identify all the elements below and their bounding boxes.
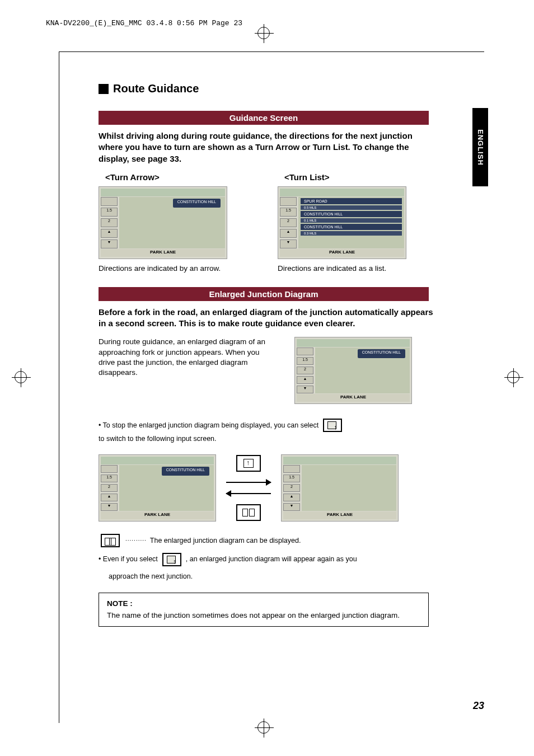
enlarged-description-row: During route guidance, an enlarged diagr…	[99, 337, 434, 408]
switch-right-screenshot: 1.52▲▼ PARK LANE	[281, 454, 399, 522]
section-marker-icon	[99, 84, 109, 94]
crop-mark-left	[15, 371, 27, 383]
arrow-left-icon	[226, 493, 271, 494]
switch-diagram: 1.52▲▼ CONSTITUTION HILL PARK LANE 1.52▲…	[99, 454, 434, 522]
dotted-leader-icon: ··········	[125, 537, 147, 543]
enlarged-body-text: During route guidance, an enlarged diagr…	[99, 337, 278, 378]
note-body: The name of the junction sometimes does …	[107, 611, 420, 621]
single-arrow-button-icon	[236, 455, 261, 472]
crop-mark-bottom	[257, 721, 270, 734]
bullet2-continuation: approach the next junction.	[99, 572, 429, 582]
enlarged-junction-screenshot: 1.52▲▼ CONSTITUTION HILL PARK LANE	[294, 337, 412, 404]
stop-enlarged-bullet: • To stop the enlarged junction diagram …	[99, 419, 429, 444]
turn-arrow-screenshot: 1.52▲▼ CONSTITUTION HILL PARK LANE	[99, 186, 227, 259]
single-arrow-icon	[323, 419, 342, 432]
note-title: NOTE :	[107, 599, 420, 609]
switch-arrows	[226, 455, 271, 521]
turn-arrow-column: <Turn Arrow> 1.52▲▼ CONSTITUTION HILL PA…	[99, 172, 244, 274]
note-box: NOTE : The name of the junction sometime…	[99, 593, 429, 626]
guidance-screen-banner: Guidance Screen	[99, 111, 429, 125]
bullet2-text-a: • Even if you select	[99, 555, 158, 565]
turn-arrow-caption: Directions are indicated by an arrow.	[99, 264, 244, 274]
bullet2-text-c: approach the next junction.	[109, 572, 193, 582]
turn-list-screenshot: 1.52▲▼ SPUR ROAD 0.5 MLS CONSTITUTION HI…	[278, 186, 406, 259]
even-if-bullet: • Even if you select , an enlarged junct…	[99, 553, 429, 566]
switch-left-screenshot: 1.52▲▼ CONSTITUTION HILL PARK LANE	[99, 454, 216, 522]
bullet-text-b: to switch to the following input screen.	[99, 434, 217, 444]
split-icon-explanation: ·········· The enlarged junction diagram…	[99, 534, 484, 547]
language-tab: ENGLISH	[472, 108, 488, 186]
page-number: 23	[473, 700, 484, 712]
enlarged-lead-text: Before a fork in the road, an enlarged d…	[99, 307, 434, 330]
print-header: KNA-DV2200_(E)_ENG_MMC 03.4.8 0:56 PM Pa…	[46, 19, 242, 27]
crop-mark-right	[507, 371, 519, 383]
single-arrow-icon-2	[162, 553, 181, 566]
turn-list-column: <Turn List> 1.52▲▼ SPUR ROAD 0.5 MLS CON…	[278, 172, 423, 274]
guidance-lead-text: Whilst driving along during route guidan…	[99, 130, 434, 165]
turn-list-caption: Directions are indicated as a list.	[278, 264, 423, 274]
split-button-icon	[236, 504, 261, 521]
split-icon-text: The enlarged junction diagram can be dis…	[150, 537, 301, 544]
section-title: Route Guidance	[113, 82, 199, 95]
turn-columns: <Turn Arrow> 1.52▲▼ CONSTITUTION HILL PA…	[99, 172, 434, 274]
section-heading-row: Route Guidance	[99, 82, 484, 95]
crop-mark-top	[257, 27, 270, 39]
page-frame: ENGLISH Route Guidance Guidance Screen W…	[59, 51, 484, 723]
bullet-text-a: • To stop the enlarged junction diagram …	[99, 421, 318, 431]
turn-list-title: <Turn List>	[278, 172, 423, 182]
arrow-right-icon	[226, 482, 271, 483]
turn-arrow-title: <Turn Arrow>	[99, 172, 244, 182]
bullet2-text-b: , an enlarged junction diagram will appe…	[186, 555, 357, 565]
enlarged-junction-banner: Enlarged Junction Diagram	[99, 287, 429, 301]
split-screen-icon	[101, 534, 120, 547]
